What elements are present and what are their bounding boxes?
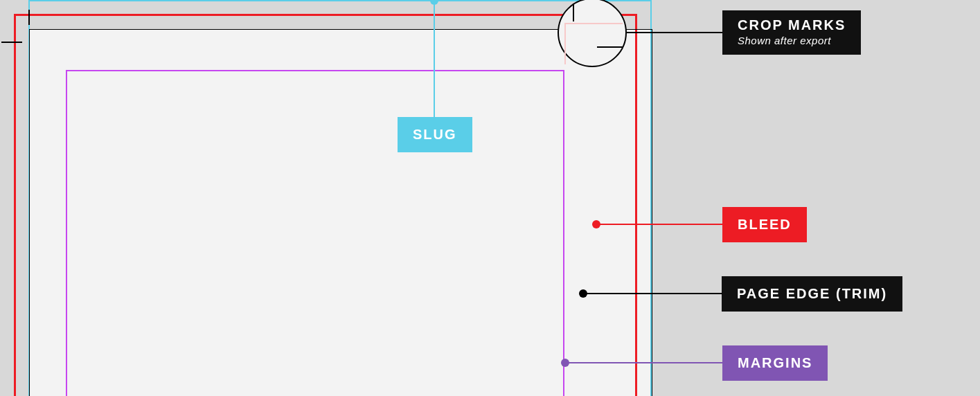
label-margins: MARGINS [722,345,828,381]
label-bleed-text: BLEED [738,217,792,232]
label-crop-text: CROP MARKS [738,17,846,33]
label-page-edge-text: PAGE EDGE (TRIM) [737,286,887,301]
label-margins-text: MARGINS [738,355,812,370]
label-bleed: BLEED [722,207,807,242]
label-crop-sub: Shown after export [738,35,846,46]
label-slug: SLUG [398,117,472,152]
label-crop-marks: CROP MARKS Shown after export [722,10,861,55]
margins-border [66,70,564,396]
crop-mark-tl-v [28,10,30,25]
crop-mark-tl-h [1,42,22,43]
margins-dot [561,359,569,367]
label-slug-text: SLUG [413,127,457,142]
bleed-dot [592,220,600,228]
trim-dot [579,289,587,298]
crop-marks-magnifier [558,0,627,67]
bleed-hint-inner [564,23,623,64]
label-page-edge: PAGE EDGE (TRIM) [722,276,902,312]
crop-mark-v-inner [573,3,574,21]
print-diagram: SLUG CROP MARKS Shown after export BLEED… [0,0,980,396]
